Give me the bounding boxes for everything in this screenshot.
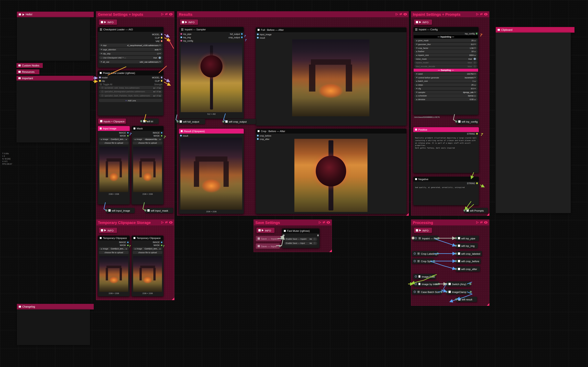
- group-run-icon[interactable]: ▷: [161, 13, 164, 16]
- power-lora-loader-header[interactable]: Power Lora Loader (rgthree): [98, 71, 163, 75]
- custom-nodes-note[interactable]: Custom Nodes: [16, 63, 43, 68]
- collapse-square-icon[interactable]: [99, 72, 102, 74]
- ckpt-combo[interactable]: ◀ckptxl_zavychromaxl_v100.safetensors▶: [99, 43, 162, 47]
- alt-vae-combo[interactable]: ◀alt_vaesdxl_vae.safetensors▶: [99, 60, 162, 63]
- wifi-inp-img-node[interactable]: wifi inp_img: [456, 243, 478, 248]
- wifi-input-mask-node[interactable]: wifi input_mask: [146, 208, 173, 213]
- model-output-slot[interactable]: [161, 77, 162, 78]
- collapse-square-icon[interactable]: [100, 120, 102, 122]
- wifi-input-image-node[interactable]: wifi input_image: [106, 208, 135, 213]
- crop-output-slot[interactable]: [241, 36, 243, 38]
- temporary-clipspace-node[interactable]: Temporary Clipspace IMAGE MASK ◀imageCom…: [98, 236, 130, 296]
- upload-button[interactable]: choose file to upload: [133, 251, 163, 254]
- group-general-title[interactable]: General Settings + Inputs ▷⇄: [96, 11, 174, 17]
- toggle-knob[interactable]: [313, 238, 316, 240]
- crop-before-input-slot[interactable]: [257, 135, 259, 137]
- sampler-combo[interactable]: ◀samplerdpmpp_sde▶: [414, 91, 477, 94]
- prev-arrow-icon[interactable]: ◀: [153, 91, 155, 93]
- collapse-square-icon[interactable]: [19, 306, 21, 308]
- inpaint-config-node[interactable]: Inpaint — Config inp_config — Inpainting…: [413, 27, 478, 115]
- prev-arrow-icon[interactable]: ◀: [100, 48, 102, 50]
- mask-output-slot[interactable]: [161, 244, 162, 246]
- collapse-square-icon[interactable]: [498, 29, 500, 31]
- node-input-pip[interactable]: [415, 275, 417, 278]
- collapse-square-icon[interactable]: [180, 121, 182, 123]
- collapse-square-icon[interactable]: [99, 127, 102, 130]
- node-graph-canvas[interactable]: General Settings + Inputs ▷⇄ Results ▷⇄ …: [0, 0, 588, 367]
- toggle-knob[interactable]: [474, 58, 476, 60]
- important-note-header[interactable]: Important: [16, 76, 94, 81]
- image-combo[interactable]: ◀imageComfyUI_tem...▶: [133, 247, 163, 250]
- negative-prompt-text[interactable]: bad quality, ai generated, unrealistic, …: [413, 185, 479, 191]
- link-pip[interactable]: [436, 252, 439, 255]
- mask-output-slot[interactable]: [161, 135, 162, 137]
- collapse-square-icon[interactable]: [418, 283, 420, 285]
- crop-labeling-node[interactable]: Crop Labeling: [412, 251, 438, 256]
- wifi-prompts-node[interactable]: wifi Prompts: [465, 208, 488, 213]
- crop-after-input-slot[interactable]: [257, 138, 259, 140]
- node-input-pip[interactable]: [415, 283, 417, 285]
- prev-arrow-icon[interactable]: ◀: [153, 87, 155, 89]
- prev-arrow-icon[interactable]: ◀: [153, 95, 155, 97]
- crop-factor-stepper[interactable]: ◀crop_factor1.50▶: [414, 46, 477, 50]
- group-run-icon[interactable]: ▷: [476, 221, 479, 224]
- lora-toggle-knob[interactable]: [101, 91, 104, 93]
- lora-row[interactable]: special\xl_Dark_Particles_Style_SDXL.saf…: [99, 94, 162, 97]
- collapse-square-icon[interactable]: [458, 298, 460, 300]
- collapse-square-icon[interactable]: [458, 268, 460, 270]
- link-pip[interactable]: [445, 291, 448, 293]
- imageclamp-node[interactable]: ImageClamp: [447, 289, 471, 295]
- next-arrow-icon[interactable]: ▶: [160, 87, 161, 89]
- group-visibility-icon[interactable]: [169, 221, 172, 224]
- crop-before-after-header[interactable]: Crop : Before — After: [256, 129, 407, 133]
- collapse-square-icon[interactable]: [108, 209, 110, 211]
- collapse-square-icon[interactable]: [458, 245, 460, 247]
- clipboard-note-header[interactable]: Clipboard: [496, 27, 575, 33]
- result-clipspace-header[interactable]: Result (Clipspace): [179, 129, 244, 133]
- group-temp-clipspace-title[interactable]: Temporary Clipspace Storage ▷⇄: [96, 219, 174, 225]
- full-before-after-header[interactable]: Full : Before — After: [256, 27, 407, 32]
- feather-stepper[interactable]: ◀feather10▶: [414, 50, 477, 53]
- clip-output-slot[interactable]: [161, 37, 162, 39]
- toggle-knob[interactable]: [474, 61, 476, 64]
- collapse-square-icon[interactable]: [18, 71, 20, 73]
- result-input-slot[interactable]: [180, 135, 182, 137]
- group-results-title[interactable]: Results ▷⇄: [177, 11, 409, 17]
- clip-output-slot[interactable]: [161, 80, 162, 82]
- group-save-settings-title[interactable]: Save Settings ▷⇄: [253, 219, 332, 225]
- node-input-pip[interactable]: [414, 252, 416, 255]
- positive-prompt-header[interactable]: Positive: [413, 127, 479, 132]
- mask-output-slot[interactable]: [127, 135, 129, 137]
- positive-prompt-text[interactable]: Realistic grimdark illustration depictin…: [413, 135, 479, 151]
- prev-arrow-icon[interactable]: ◀: [100, 138, 102, 140]
- temporary-clipspace-header[interactable]: Temporary Clipspace: [132, 236, 163, 241]
- collapse-square-icon[interactable]: [416, 21, 418, 23]
- collapse-square-icon[interactable]: [416, 229, 418, 231]
- clip-skip-stepper[interactable]: ◀clip_skip-2▶: [99, 52, 162, 55]
- link-pip[interactable]: [455, 260, 457, 262]
- input-image-input-slot[interactable]: [257, 33, 259, 35]
- link-pip[interactable]: [455, 237, 457, 240]
- mask-output-slot[interactable]: [127, 244, 129, 246]
- model-output-slot[interactable]: [161, 33, 162, 35]
- changelog-note-header[interactable]: Changelog: [17, 304, 94, 309]
- collapse-square-icon[interactable]: [257, 130, 260, 132]
- checkpoint-loader-node[interactable]: Checkpoint Loader — AIO MODEL CLIP VAE ◀…: [98, 27, 163, 67]
- add-lora-button[interactable]: +Add Lora: [99, 99, 162, 102]
- link-pip[interactable]: [455, 252, 457, 255]
- collapse-square-icon[interactable]: [18, 64, 20, 67]
- use-checkpoint-vae-toggle[interactable]: — Use Checkpoint VAE ? —true: [99, 56, 162, 59]
- negative-prompt-node[interactable]: Negative STRING bad quality, ai generate…: [413, 177, 479, 205]
- enable-save-inpaint-toggle[interactable]: Enable Save — Inpaintno: [284, 237, 317, 241]
- link-pip[interactable]: [279, 245, 281, 247]
- denoise-stepper[interactable]: ◀denoise0.55▶: [414, 98, 477, 101]
- group-visibility-icon[interactable]: [327, 221, 330, 224]
- scheduler-combo[interactable]: ◀schedulerkarras▶: [414, 94, 477, 97]
- collapse-square-icon[interactable]: [99, 237, 102, 239]
- result-input-slot[interactable]: [257, 37, 259, 39]
- collapse-square-icon[interactable]: [458, 121, 460, 123]
- info-node-general[interactable]: INFO: [99, 19, 117, 25]
- group-run-icon[interactable]: ▷: [396, 13, 398, 16]
- link-pip[interactable]: [455, 267, 457, 270]
- collapse-square-icon[interactable]: [258, 245, 260, 247]
